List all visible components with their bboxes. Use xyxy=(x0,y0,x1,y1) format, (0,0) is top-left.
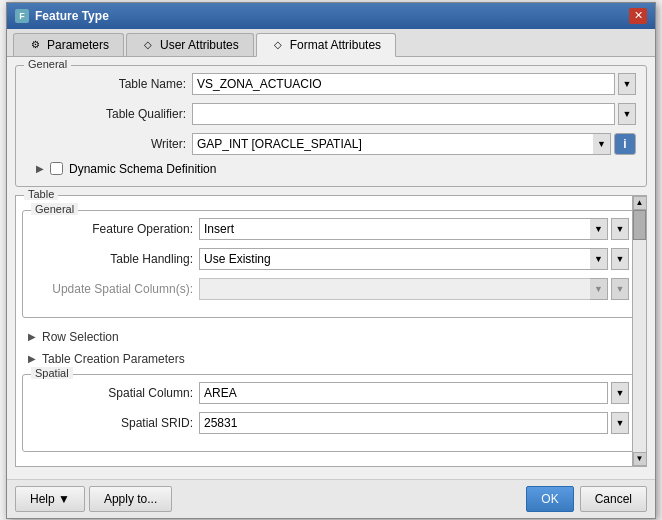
scrollbar-thumb[interactable] xyxy=(633,210,646,240)
tab-user-attributes-label: User Attributes xyxy=(160,38,239,52)
update-spatial-row: Update Spatial Column(s): ▼ ▼ xyxy=(33,277,629,301)
table-handling-row: Table Handling: Use Existing Create If M… xyxy=(33,247,629,271)
table-section-content: General Feature Operation: Insert Update xyxy=(16,196,646,466)
scrollbar-up[interactable]: ▲ xyxy=(633,196,647,210)
help-button[interactable]: Help ▼ xyxy=(15,486,85,512)
title-bar: F Feature Type ✕ xyxy=(7,3,655,29)
writer-select-wrapper: GAP_INT [ORACLE_SPATIAL] ▼ xyxy=(192,133,611,155)
row-selection-label: Row Selection xyxy=(42,330,119,344)
title-bar-left: F Feature Type xyxy=(15,9,109,23)
spatial-group-title: Spatial xyxy=(31,367,73,379)
update-spatial-extra[interactable]: ▼ xyxy=(611,278,629,300)
table-qualifier-dropdown[interactable]: ▼ xyxy=(618,103,636,125)
table-handling-extra[interactable]: ▼ xyxy=(611,248,629,270)
table-handling-wrapper: Use Existing Create If Missing Drop and … xyxy=(199,248,608,270)
general-group-title: General xyxy=(24,58,71,70)
table-qualifier-label: Table Qualifier: xyxy=(26,107,186,121)
tab-format-attributes[interactable]: ◇ Format Attributes xyxy=(256,33,396,57)
feature-operation-control: Insert Update Delete Upsert ▼ ▼ xyxy=(199,218,629,240)
help-arrow: ▼ xyxy=(58,492,70,506)
feature-operation-select[interactable]: Insert Update Delete Upsert xyxy=(199,218,608,240)
help-label: Help xyxy=(30,492,55,506)
table-section-title: Table xyxy=(24,188,58,200)
tab-parameters-label: Parameters xyxy=(47,38,109,52)
table-creation-expand-icon: ▶ xyxy=(28,353,36,364)
cancel-button[interactable]: Cancel xyxy=(580,486,647,512)
table-handling-label: Table Handling: xyxy=(33,252,193,266)
spatial-column-dropdown[interactable]: ▼ xyxy=(611,382,629,404)
feature-operation-extra[interactable]: ▼ xyxy=(611,218,629,240)
spatial-srid-control: ▼ xyxy=(199,412,629,434)
close-button[interactable]: ✕ xyxy=(629,8,647,24)
scrollbar-track[interactable] xyxy=(633,210,646,452)
table-section: Table General Feature Operation: xyxy=(15,195,647,467)
update-spatial-label: Update Spatial Column(s): xyxy=(33,282,193,296)
apply-to-button[interactable]: Apply to... xyxy=(89,486,172,512)
table-handling-control: Use Existing Create If Missing Drop and … xyxy=(199,248,629,270)
table-qualifier-input[interactable] xyxy=(192,103,615,125)
footer-left: Help ▼ Apply to... xyxy=(15,486,172,512)
tab-bar: ⚙ Parameters ◇ User Attributes ◇ Format … xyxy=(7,29,655,57)
dynamic-schema-label: Dynamic Schema Definition xyxy=(69,162,216,176)
feature-operation-row: Feature Operation: Insert Update Delete … xyxy=(33,217,629,241)
tab-user-attributes[interactable]: ◇ User Attributes xyxy=(126,33,254,56)
update-spatial-control: ▼ ▼ xyxy=(199,278,629,300)
table-qualifier-control: ▼ xyxy=(192,103,636,125)
table-section-inner: General Feature Operation: Insert Update xyxy=(16,196,646,466)
writer-label: Writer: xyxy=(26,137,186,151)
update-spatial-wrapper: ▼ xyxy=(199,278,608,300)
table-qualifier-row: Table Qualifier: ▼ xyxy=(26,102,636,126)
ok-button[interactable]: OK xyxy=(526,486,573,512)
scrollbar: ▲ ▼ xyxy=(632,196,646,466)
general-group: General Table Name: ▼ Table Qualifier: ▼ xyxy=(15,65,647,187)
table-name-label: Table Name: xyxy=(26,77,186,91)
footer-right: OK Cancel xyxy=(526,486,647,512)
spatial-srid-row: Spatial SRID: ▼ xyxy=(33,411,629,435)
table-general-title: General xyxy=(31,203,78,215)
feature-operation-wrapper: Insert Update Delete Upsert ▼ xyxy=(199,218,608,240)
tab-parameters[interactable]: ⚙ Parameters xyxy=(13,33,124,56)
expand-icon: ▶ xyxy=(36,163,44,174)
user-attributes-icon: ◇ xyxy=(141,38,155,52)
feature-operation-label: Feature Operation: xyxy=(33,222,193,236)
table-name-input[interactable] xyxy=(192,73,615,95)
table-name-control: ▼ xyxy=(192,73,636,95)
format-attributes-icon: ◇ xyxy=(271,38,285,52)
window-title: Feature Type xyxy=(35,9,109,23)
table-name-row: Table Name: ▼ xyxy=(26,72,636,96)
table-creation-label: Table Creation Parameters xyxy=(42,352,185,366)
dynamic-schema-row: ▶ Dynamic Schema Definition xyxy=(26,162,636,176)
table-handling-select[interactable]: Use Existing Create If Missing Drop and … xyxy=(199,248,608,270)
info-button[interactable]: i xyxy=(614,133,636,155)
row-selection-expand-icon: ▶ xyxy=(28,331,36,342)
spatial-srid-label: Spatial SRID: xyxy=(33,416,193,430)
spatial-column-input[interactable] xyxy=(199,382,608,404)
spatial-column-row: Spatial Column: ▼ xyxy=(33,381,629,405)
update-spatial-select[interactable] xyxy=(199,278,608,300)
row-selection-expander[interactable]: ▶ Row Selection xyxy=(22,326,640,348)
window-icon: F xyxy=(15,9,29,23)
spatial-srid-input[interactable] xyxy=(199,412,608,434)
tab-format-attributes-label: Format Attributes xyxy=(290,38,381,52)
writer-select[interactable]: GAP_INT [ORACLE_SPATIAL] xyxy=(192,133,611,155)
table-creation-expander[interactable]: ▶ Table Creation Parameters xyxy=(22,348,640,370)
parameters-icon: ⚙ xyxy=(28,38,42,52)
spatial-column-label: Spatial Column: xyxy=(33,386,193,400)
footer: Help ▼ Apply to... OK Cancel xyxy=(7,479,655,518)
table-name-dropdown[interactable]: ▼ xyxy=(618,73,636,95)
dynamic-schema-checkbox[interactable] xyxy=(50,162,63,175)
scrollbar-down[interactable]: ▼ xyxy=(633,452,647,466)
content-area: General Table Name: ▼ Table Qualifier: ▼ xyxy=(7,57,655,479)
spatial-srid-dropdown[interactable]: ▼ xyxy=(611,412,629,434)
spatial-column-control: ▼ xyxy=(199,382,629,404)
spatial-group: Spatial Spatial Column: ▼ Spat xyxy=(22,374,640,452)
main-window: F Feature Type ✕ ⚙ Parameters ◇ User Att… xyxy=(6,2,656,519)
writer-control: GAP_INT [ORACLE_SPATIAL] ▼ i xyxy=(192,133,636,155)
table-general-group: General Feature Operation: Insert Update xyxy=(22,210,640,318)
writer-row: Writer: GAP_INT [ORACLE_SPATIAL] ▼ i xyxy=(26,132,636,156)
